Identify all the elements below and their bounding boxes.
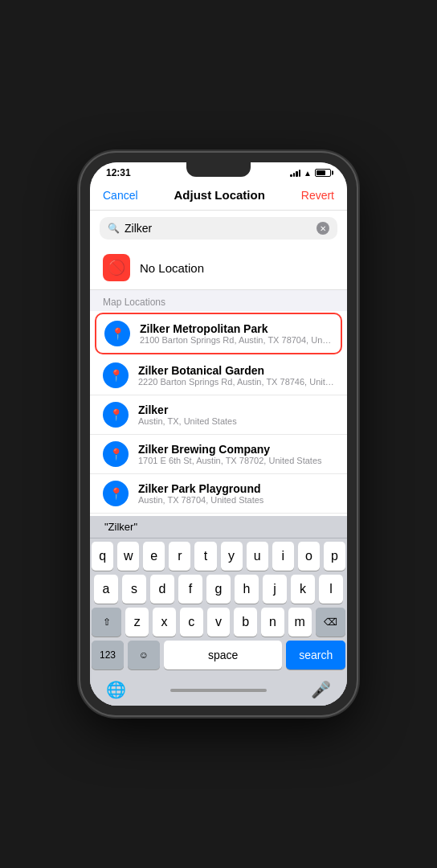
- search-icon: 🔍: [108, 223, 120, 234]
- phone-screen: 12:31 ▲ Cancel Adjust Location Revert: [90, 162, 347, 706]
- location-name-3: Zilker Brewing Company: [138, 443, 334, 456]
- home-indicator: [170, 689, 267, 692]
- cancel-button[interactable]: Cancel: [103, 189, 138, 202]
- key-g[interactable]: g: [206, 575, 231, 604]
- location-text-0: Zilker Metropolitan Park 2100 Barton Spr…: [140, 322, 333, 345]
- wifi-icon: ▲: [304, 169, 312, 178]
- location-pin-icon-2: 📍: [103, 402, 129, 428]
- location-item-2[interactable]: 📍 Zilker Austin, TX, United States: [90, 395, 347, 435]
- shift-key[interactable]: ⇧: [92, 608, 121, 637]
- no-location-row[interactable]: 🚫 No Location: [90, 246, 347, 290]
- key-f[interactable]: f: [178, 575, 202, 604]
- microphone-icon[interactable]: 🎤: [311, 680, 331, 699]
- numbers-key[interactable]: 123: [92, 641, 124, 669]
- location-address-2: Austin, TX, United States: [138, 416, 334, 426]
- no-location-icon: 🚫: [103, 254, 130, 281]
- location-pin-icon-3: 📍: [103, 441, 129, 467]
- key-m[interactable]: m: [288, 608, 312, 637]
- key-q[interactable]: q: [92, 542, 113, 571]
- location-item-4[interactable]: 📍 Zilker Park Playground Austin, TX 7870…: [90, 474, 347, 514]
- delete-key[interactable]: ⌫: [316, 608, 345, 637]
- nav-bar: Cancel Adjust Location Revert: [90, 182, 347, 211]
- search-clear-button[interactable]: ✕: [317, 222, 329, 235]
- location-pin-icon-4: 📍: [103, 481, 129, 506]
- location-name-2: Zilker: [138, 403, 334, 416]
- key-x[interactable]: x: [153, 608, 176, 637]
- key-c[interactable]: c: [180, 608, 203, 637]
- location-item-3[interactable]: 📍 Zilker Brewing Company 1701 E 6th St, …: [90, 435, 347, 474]
- no-location-symbol: 🚫: [108, 259, 125, 276]
- key-y[interactable]: y: [221, 542, 243, 571]
- keyboard-area: "Zilker" q w e r t y u i o p: [90, 516, 347, 706]
- key-i[interactable]: i: [272, 542, 294, 571]
- status-icons: ▲: [290, 169, 331, 178]
- revert-button[interactable]: Revert: [301, 189, 334, 202]
- key-k[interactable]: k: [291, 575, 315, 604]
- location-pin-icon-0: 📍: [104, 321, 130, 346]
- key-row-1: q w e r t y u i o p: [92, 542, 345, 571]
- search-bar[interactable]: 🔍 Zilker ✕: [100, 217, 337, 240]
- location-name-4: Zilker Park Playground: [138, 482, 334, 495]
- phone-shell: 12:31 ▲ Cancel Adjust Location Revert: [80, 153, 357, 715]
- key-l[interactable]: l: [319, 575, 343, 604]
- location-text-3: Zilker Brewing Company 1701 E 6th St, Au…: [138, 443, 334, 465]
- location-item-1[interactable]: 📍 Zilker Botanical Garden 2220 Barton Sp…: [90, 356, 347, 395]
- location-address-3: 1701 E 6th St, Austin, TX 78702, United …: [138, 456, 334, 465]
- search-key[interactable]: search: [286, 641, 345, 669]
- key-v[interactable]: v: [207, 608, 231, 637]
- emoji-key[interactable]: ☺: [128, 641, 160, 669]
- location-list: 📍 Zilker Metropolitan Park 2100 Barton S…: [90, 311, 347, 516]
- key-o[interactable]: o: [298, 542, 320, 571]
- battery-icon: [315, 169, 331, 177]
- content-area: 🚫 No Location Map Locations 📍 Zilker Met…: [90, 246, 347, 516]
- keyboard-rows: q w e r t y u i o p a s d f g: [90, 538, 347, 675]
- key-row-2: a s d f g h j k l: [92, 575, 345, 604]
- key-n[interactable]: n: [261, 608, 284, 637]
- key-z[interactable]: z: [125, 608, 149, 637]
- location-item-0[interactable]: 📍 Zilker Metropolitan Park 2100 Barton S…: [95, 313, 342, 354]
- section-header-map-locations: Map Locations: [90, 290, 347, 311]
- location-text-1: Zilker Botanical Garden 2220 Barton Spri…: [138, 364, 334, 387]
- location-name-0: Zilker Metropolitan Park: [140, 322, 333, 335]
- signal-bars-icon: [290, 169, 300, 177]
- search-container: 🔍 Zilker ✕: [90, 211, 347, 246]
- key-t[interactable]: t: [194, 542, 216, 571]
- page-title: Adjust Location: [174, 188, 265, 202]
- notch: [186, 162, 251, 177]
- key-s[interactable]: s: [122, 575, 146, 604]
- suggestion-text[interactable]: "Zilker": [98, 521, 144, 533]
- location-text-4: Zilker Park Playground Austin, TX 78704,…: [138, 482, 334, 505]
- location-pin-icon-1: 📍: [103, 362, 129, 388]
- location-address-1: 2220 Barton Springs Rd, Austin, TX 78746…: [138, 377, 334, 387]
- key-h[interactable]: h: [235, 575, 259, 604]
- key-u[interactable]: u: [247, 542, 268, 571]
- key-w[interactable]: w: [117, 542, 139, 571]
- key-r[interactable]: r: [169, 542, 190, 571]
- key-b[interactable]: b: [234, 608, 257, 637]
- key-row-3: ⇧ z x c v b n m ⌫: [92, 608, 345, 637]
- key-a[interactable]: a: [94, 575, 118, 604]
- key-e[interactable]: e: [143, 542, 165, 571]
- key-row-4: 123 ☺ space search: [92, 641, 345, 669]
- key-d[interactable]: d: [150, 575, 174, 604]
- globe-icon[interactable]: 🌐: [106, 680, 126, 699]
- no-location-label: No Location: [140, 261, 204, 275]
- search-input[interactable]: Zilker: [125, 222, 312, 235]
- key-p[interactable]: p: [324, 542, 345, 571]
- key-j[interactable]: j: [263, 575, 287, 604]
- status-time: 12:31: [106, 167, 131, 178]
- space-key[interactable]: space: [164, 641, 282, 669]
- location-address-4: Austin, TX 78704, United States: [138, 495, 334, 505]
- suggestion-bar: "Zilker": [90, 516, 347, 538]
- location-address-0: 2100 Barton Springs Rd, Austin, TX 78704…: [140, 335, 333, 345]
- bottom-bar: 🌐 🎤: [90, 675, 347, 706]
- location-name-1: Zilker Botanical Garden: [138, 364, 334, 377]
- location-text-2: Zilker Austin, TX, United States: [138, 403, 334, 426]
